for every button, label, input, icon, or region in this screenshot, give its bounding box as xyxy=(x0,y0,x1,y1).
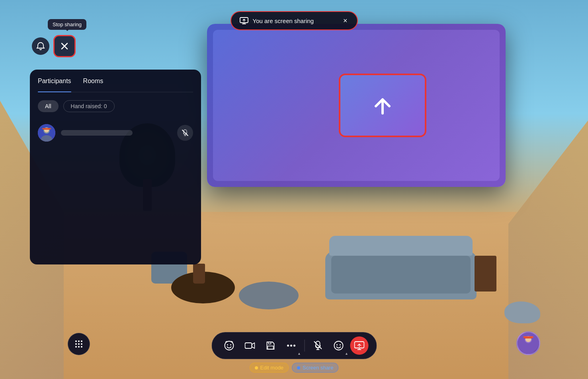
bottom-toolbar: ▲ ▲ xyxy=(211,332,377,359)
notification-bell-button[interactable] xyxy=(32,37,49,55)
mute-participant-button[interactable] xyxy=(177,125,193,141)
panel-filters: All Hand raised: 0 xyxy=(38,100,193,112)
svg-point-7 xyxy=(75,340,77,342)
svg-point-9 xyxy=(81,340,82,342)
screen-share-preview xyxy=(339,74,426,137)
svg-point-11 xyxy=(78,343,80,345)
more-toolbar-button[interactable]: ▲ xyxy=(282,336,300,355)
participants-panel: Participants Rooms All Hand raised: 0 xyxy=(30,70,201,264)
filter-hand-raised-button[interactable]: Hand raised: 0 xyxy=(63,100,115,112)
stop-sharing-button[interactable] xyxy=(53,35,76,57)
filter-all-button[interactable]: All xyxy=(38,100,59,112)
participant-row xyxy=(38,120,193,146)
film-toolbar-button[interactable] xyxy=(240,336,259,355)
couch-furniture xyxy=(325,252,477,299)
panel-tabs: Participants Rooms xyxy=(38,78,193,92)
user-avatar-button[interactable] xyxy=(516,331,540,355)
svg-point-25 xyxy=(334,341,343,350)
svg-point-34 xyxy=(522,344,535,354)
svg-point-22 xyxy=(287,345,289,347)
top-left-controls: Stop sharing xyxy=(32,35,76,57)
reaction-toolbar-button[interactable]: ▲ xyxy=(329,336,348,355)
ottoman-furniture xyxy=(239,282,299,309)
edit-mode-dot xyxy=(255,366,258,369)
chevron-up-icon-reaction: ▲ xyxy=(345,352,348,356)
svg-point-12 xyxy=(81,343,82,345)
tab-rooms[interactable]: Rooms xyxy=(83,78,104,88)
svg-rect-21 xyxy=(268,346,273,349)
plant-vase xyxy=(193,264,205,284)
stop-sharing-tooltip: Stop sharing xyxy=(48,19,86,30)
tab-participants[interactable]: Participants xyxy=(38,78,71,88)
edit-mode-pill: Edit mode xyxy=(250,363,289,373)
share-screen-icon xyxy=(239,16,249,25)
participant-name-blurred xyxy=(61,130,133,136)
svg-point-15 xyxy=(81,346,82,348)
svg-rect-6 xyxy=(42,128,51,129)
svg-point-14 xyxy=(78,346,80,348)
screen-share-status-label: Screen share xyxy=(303,365,333,371)
chevron-up-icon: ▲ xyxy=(297,352,301,356)
notification-content: You are screen sharing xyxy=(239,16,314,25)
svg-point-10 xyxy=(75,343,77,345)
svg-rect-19 xyxy=(245,343,252,348)
menu-button[interactable] xyxy=(68,333,90,355)
svg-point-23 xyxy=(290,345,292,347)
svg-point-26 xyxy=(336,344,338,346)
mic-toolbar-button[interactable] xyxy=(309,336,327,355)
screen-sharing-notification: You are screen sharing × xyxy=(231,11,358,30)
side-table xyxy=(475,256,496,292)
virtual-display-screen xyxy=(207,24,506,187)
toolbar-divider xyxy=(304,340,305,352)
svg-point-13 xyxy=(75,346,77,348)
screen-share-toolbar-button[interactable] xyxy=(350,336,368,355)
edit-mode-label: Edit mode xyxy=(260,365,284,371)
notification-text: You are screen sharing xyxy=(253,17,314,24)
svg-point-27 xyxy=(340,344,341,346)
svg-point-17 xyxy=(227,344,228,346)
svg-point-24 xyxy=(293,345,295,347)
upload-arrow-icon xyxy=(369,91,397,119)
screen-share-pill: Screen share xyxy=(292,363,338,373)
svg-point-18 xyxy=(230,344,231,346)
svg-rect-33 xyxy=(523,336,533,338)
notification-close-button[interactable]: × xyxy=(342,16,349,25)
couch-cushion xyxy=(331,256,471,293)
svg-point-8 xyxy=(78,340,80,342)
avatar xyxy=(38,124,55,142)
screen-share-dot xyxy=(297,366,300,369)
save-toolbar-button[interactable] xyxy=(261,336,279,355)
display-screen-inner xyxy=(213,30,500,181)
emoji-toolbar-button[interactable] xyxy=(220,336,238,355)
svg-point-16 xyxy=(225,341,233,350)
svg-rect-20 xyxy=(268,342,271,344)
couch-back xyxy=(329,236,473,256)
user-avatar-inner xyxy=(518,332,539,354)
bottom-status-bar: Edit mode Screen share xyxy=(250,363,339,373)
